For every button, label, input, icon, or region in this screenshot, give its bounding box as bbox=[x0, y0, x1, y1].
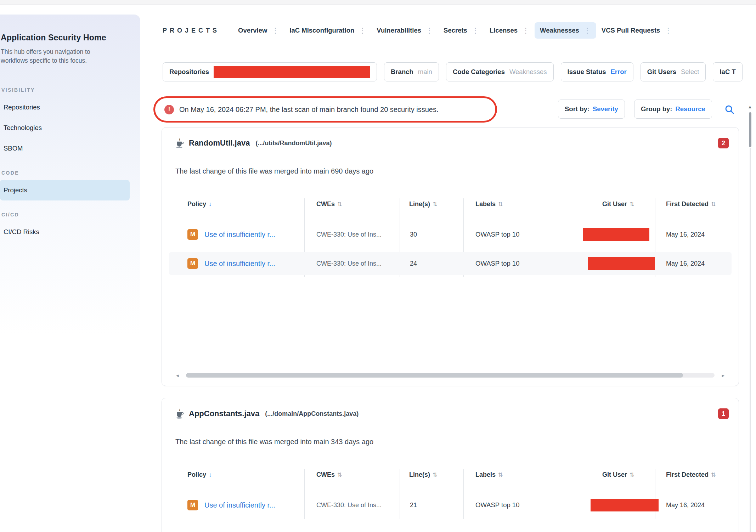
tab-secrets[interactable]: Secrets⋮ bbox=[438, 22, 484, 39]
tab-menu-dots-icon[interactable]: ⋮ bbox=[359, 26, 366, 35]
page-tabs-bar: PROJECTS Overview⋮ IaC Misconfiguration⋮… bbox=[163, 21, 677, 40]
filter-label: Branch bbox=[391, 68, 413, 76]
issue-count-badge: 2 bbox=[718, 138, 729, 148]
severity-badge: M bbox=[187, 229, 198, 240]
file-card-appconstants: AppConstants.java (.../domain/AppConstan… bbox=[162, 398, 739, 532]
first-detected-cell: May 16, 2024 bbox=[666, 502, 705, 509]
tab-label: Licenses bbox=[490, 27, 518, 34]
sort-by-control[interactable]: Sort by: Severity bbox=[558, 100, 625, 119]
column-header-git-user[interactable]: Git User⇅ bbox=[602, 471, 634, 479]
file-name: AppConstants.java bbox=[189, 409, 259, 418]
sidebar-item-technologies[interactable]: Technologies bbox=[0, 118, 130, 138]
severity-badge: M bbox=[187, 258, 198, 269]
column-header-policy[interactable]: Policy↓ bbox=[187, 200, 212, 208]
scroll-right-icon[interactable]: ▸ bbox=[722, 373, 724, 378]
column-header-cwes[interactable]: CWEs⇅ bbox=[316, 471, 342, 479]
horizontal-scrollbar: ◂ ▸ bbox=[176, 372, 724, 378]
sidebar-description: This hub offers you navigation to workfl… bbox=[1, 47, 92, 65]
file-card-header: AppConstants.java (.../domain/AppConstan… bbox=[175, 407, 729, 421]
tab-vcs-pull-requests[interactable]: VCS Pull Requests⋮ bbox=[596, 22, 677, 39]
tab-label: Secrets bbox=[444, 27, 467, 34]
policy-link[interactable]: Use of insufficiently r... bbox=[204, 260, 275, 268]
column-header-lines[interactable]: Line(s)⇅ bbox=[409, 200, 437, 208]
scrollbar-thumb[interactable] bbox=[186, 373, 683, 378]
sidebar-item-label: Technologies bbox=[4, 124, 42, 132]
filter-branch[interactable]: Branch main bbox=[384, 62, 439, 81]
cwe-cell: CWE-330: Use of Ins... bbox=[316, 231, 382, 238]
filter-value: Error bbox=[611, 68, 627, 76]
sidebar-item-label: Projects bbox=[4, 186, 27, 194]
filter-code-categories[interactable]: Code Categories Weaknesses bbox=[446, 62, 554, 81]
sidebar-item-repositories[interactable]: Repositories bbox=[0, 97, 130, 118]
scrollbar-thumb[interactable] bbox=[749, 112, 751, 147]
group-by-control[interactable]: Group by: Resource bbox=[634, 100, 712, 119]
sidebar-section-visibility: VISIBILITY bbox=[1, 87, 140, 93]
severity-badge: M bbox=[187, 500, 198, 510]
filter-git-users[interactable]: Git Users Select bbox=[641, 62, 706, 81]
filter-label: IaC T bbox=[720, 68, 735, 76]
column-header-cwes[interactable]: CWEs⇅ bbox=[316, 200, 342, 208]
tab-label: VCS Pull Requests bbox=[602, 27, 660, 34]
divider bbox=[224, 25, 224, 36]
merge-info: The last change of this file was merged … bbox=[175, 167, 373, 175]
file-path: (.../utils/RandomUtil.java) bbox=[255, 140, 332, 147]
table-row: M Use of insufficiently r... CWE-330: Us… bbox=[169, 252, 732, 275]
tab-label: Overview bbox=[238, 27, 267, 34]
policy-link[interactable]: Use of insufficiently r... bbox=[204, 501, 275, 509]
sidebar-item-projects[interactable]: Projects bbox=[0, 180, 130, 200]
tab-menu-dots-icon[interactable]: ⋮ bbox=[522, 26, 529, 35]
filter-label: Repositories bbox=[169, 68, 209, 76]
first-detected-cell: May 16, 2024 bbox=[666, 260, 705, 267]
tab-iac-misconfiguration[interactable]: IaC Misconfiguration⋮ bbox=[284, 22, 371, 39]
group-by-label: Group by: bbox=[641, 105, 672, 113]
filter-repositories[interactable]: Repositories bbox=[163, 62, 377, 81]
search-icon bbox=[724, 104, 735, 115]
first-detected-cell: May 16, 2024 bbox=[666, 231, 705, 238]
search-button[interactable] bbox=[722, 102, 737, 117]
tab-licenses[interactable]: Licenses⋮ bbox=[484, 22, 535, 39]
redacted-value bbox=[214, 66, 370, 78]
git-user-redacted bbox=[583, 228, 649, 241]
cwe-cell: CWE-330: Use of Ins... bbox=[316, 260, 382, 267]
column-header-git-user[interactable]: Git User⇅ bbox=[602, 200, 634, 208]
sidebar-item-sbom[interactable]: SBOM bbox=[0, 138, 130, 159]
filter-value: main bbox=[418, 68, 432, 76]
column-header-labels[interactable]: Labels⇅ bbox=[475, 200, 503, 208]
sort-icon: ⇅ bbox=[337, 471, 342, 478]
tab-menu-dots-icon[interactable]: ⋮ bbox=[584, 26, 591, 35]
scroll-up-icon[interactable]: ▲ bbox=[748, 104, 752, 109]
column-header-first-detected[interactable]: First Detected⇅ bbox=[666, 471, 716, 479]
file-card-randomutil: RandomUtil.java (.../utils/RandomUtil.ja… bbox=[162, 127, 739, 386]
column-header-labels[interactable]: Labels⇅ bbox=[475, 471, 503, 479]
tab-overview[interactable]: Overview⋮ bbox=[233, 22, 284, 39]
filter-iac-type[interactable]: IaC T bbox=[713, 62, 742, 81]
tab-menu-dots-icon[interactable]: ⋮ bbox=[426, 26, 433, 35]
java-icon bbox=[175, 408, 184, 419]
tab-menu-dots-icon[interactable]: ⋮ bbox=[272, 26, 279, 35]
table-header-row: Policy↓ CWEs⇅ Line(s)⇅ Labels⇅ Git User⇅… bbox=[162, 471, 739, 482]
tab-vulnerabilities[interactable]: Vulnerabilities⋮ bbox=[371, 22, 438, 39]
line-cell: 24 bbox=[410, 260, 417, 267]
sidebar-nav: VISIBILITY Repositories Technologies SBO… bbox=[0, 87, 140, 242]
filter-issue-status[interactable]: Issue Status Error bbox=[561, 62, 633, 81]
tab-menu-dots-icon[interactable]: ⋮ bbox=[472, 26, 479, 35]
file-name: RandomUtil.java bbox=[189, 138, 250, 148]
sidebar: Application Security Home This hub offer… bbox=[0, 15, 140, 532]
policy-link[interactable]: Use of insufficiently r... bbox=[204, 231, 275, 239]
filter-label: Code Categories bbox=[453, 68, 505, 76]
scrollbar-track[interactable] bbox=[750, 148, 751, 532]
column-header-policy[interactable]: Policy↓ bbox=[187, 471, 212, 479]
column-header-lines[interactable]: Line(s)⇅ bbox=[409, 471, 437, 479]
merge-info: The last change of this file was merged … bbox=[175, 438, 373, 446]
column-header-first-detected[interactable]: First Detected⇅ bbox=[666, 200, 716, 208]
scrollbar-track[interactable] bbox=[186, 373, 715, 378]
tab-menu-dots-icon[interactable]: ⋮ bbox=[665, 26, 672, 35]
sidebar-item-label: Repositories bbox=[4, 103, 40, 111]
sidebar-item-cicd-risks[interactable]: CI/CD Risks bbox=[0, 222, 130, 242]
java-icon bbox=[175, 137, 184, 149]
sidebar-item-label: SBOM bbox=[4, 145, 23, 152]
sort-icon: ⇅ bbox=[433, 201, 437, 208]
scroll-left-icon[interactable]: ◂ bbox=[176, 373, 179, 378]
tab-weaknesses[interactable]: Weaknesses⋮ bbox=[535, 22, 596, 39]
labels-cell: OWASP top 10 bbox=[475, 260, 519, 267]
